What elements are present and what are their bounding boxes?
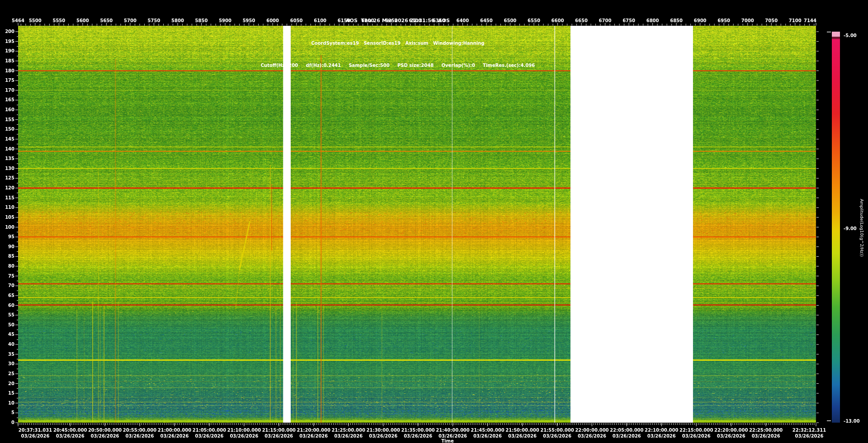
frequency-axis-label: 80: [0, 264, 14, 269]
frequency-axis-label: 40: [0, 342, 14, 347]
frequency-axis-label: 145: [0, 137, 14, 141]
frequency-axis-label: 35: [0, 352, 14, 357]
header-acquisition-params: CoordSystem:es19 SensorID:es19 Axis:sum …: [261, 41, 535, 46]
frequency-axis-label: 60: [0, 303, 14, 308]
record-axis-label: 6100: [307, 18, 334, 23]
date-tick-label: 03/26/2026: [744, 434, 788, 438]
frequency-axis-label: 175: [0, 78, 14, 83]
frequency-axis-label: 190: [0, 48, 14, 53]
record-axis-label: 6000: [259, 18, 286, 23]
frequency-axis-label: 120: [0, 185, 14, 190]
frequency-axis-label: 20: [0, 381, 14, 386]
frequency-axis-label: 85: [0, 254, 14, 259]
record-axis-label: 6200: [354, 18, 381, 23]
frequency-axis-label: 0: [0, 420, 14, 425]
frequency-axis-label: 5: [0, 410, 14, 415]
record-axis-label: 5600: [69, 18, 96, 23]
frequency-axis-label: 65: [0, 293, 14, 298]
colorbar-tick-label: -13.00: [844, 419, 867, 424]
record-axis-label: 5550: [45, 18, 72, 23]
frequency-axis-label: 165: [0, 97, 14, 102]
frequency-axis-label: 70: [0, 283, 14, 288]
frequency-axis-label: 45: [0, 332, 14, 337]
frequency-axis-label: 185: [0, 58, 14, 63]
date-tick-label: 03/26/2026: [788, 434, 831, 438]
aos-spectrogram-window: AOS Thu 26 Mar 2026 22:31:56 AOS CoordSy…: [0, 0, 868, 443]
frequency-axis-label: 55: [0, 312, 14, 317]
record-axis-label: 6150: [330, 18, 358, 23]
colorbar-axis-title: Amplitude(Log10(g^2/Hz)): [859, 199, 864, 257]
frequency-axis-label: 155: [0, 117, 14, 122]
time-tick-label: 22:32:12.311: [788, 428, 831, 433]
frequency-axis-label: 125: [0, 175, 14, 180]
record-axis-label: 6500: [496, 18, 524, 23]
record-axis-label: 6250: [378, 18, 405, 23]
record-axis-label: 6450: [473, 18, 500, 23]
record-axis-label: 5800: [164, 18, 191, 23]
frequency-axis-label: 150: [0, 127, 14, 132]
record-axis-label: 6950: [710, 18, 737, 23]
frequency-axis-label: 110: [0, 205, 14, 210]
header-block: AOS Thu 26 Mar 2026 22:31:56 AOS CoordSy…: [261, 1, 535, 85]
time-tick-label: 22:25:00.000: [744, 428, 788, 433]
frequency-axis-label: 25: [0, 371, 14, 376]
frequency-axis-label: 95: [0, 234, 14, 239]
record-axis-label: 6400: [449, 18, 476, 23]
record-axis-label: 6800: [639, 18, 666, 23]
record-axis-label: 6850: [663, 18, 690, 23]
frequency-axis-label: 180: [0, 68, 14, 73]
record-axis-label: 5850: [188, 18, 215, 23]
record-axis-label: 6050: [283, 18, 310, 23]
time-axis-title: Time: [434, 438, 461, 443]
frequency-axis-label: 160: [0, 107, 14, 112]
frequency-axis-label: 15: [0, 391, 14, 396]
frequency-axis-label: 100: [0, 225, 14, 230]
record-axis-label: 5750: [140, 18, 167, 23]
record-axis-label: 6550: [520, 18, 547, 23]
frequency-axis-label: 170: [0, 88, 14, 93]
frequency-axis-label: 130: [0, 166, 14, 171]
frequency-axis-label: 200: [0, 29, 14, 34]
record-axis-label: 7144: [797, 18, 824, 23]
frequency-axis-label: 135: [0, 156, 14, 161]
frequency-axis-label: 10: [0, 401, 14, 405]
record-axis-label: 5700: [117, 18, 144, 23]
frequency-axis-label: 195: [0, 39, 14, 44]
header-processing-params: Cutoff(Hz):200 df(Hz):0.2441 Sample/Sec:…: [261, 63, 535, 68]
record-axis-label: 7000: [734, 18, 761, 23]
record-axis-label: 6650: [568, 18, 595, 23]
record-axis-label: 6900: [687, 18, 714, 23]
record-axis-label: 6700: [592, 18, 619, 23]
colorbar-tick-label: -5.00: [844, 33, 867, 38]
record-axis-label: 6350: [425, 18, 453, 23]
frequency-axis-label: 115: [0, 195, 14, 200]
record-axis-label: 5650: [93, 18, 120, 23]
frequency-axis-label: 50: [0, 322, 14, 327]
colorbar-gradient: [832, 32, 840, 423]
record-axis-label: 7050: [758, 18, 785, 23]
record-axis-label: 5950: [236, 18, 263, 23]
frequency-axis-label: 30: [0, 361, 14, 366]
record-axis-label: 6300: [401, 18, 429, 23]
record-axis-label: 6600: [544, 18, 571, 23]
frequency-axis-label: 140: [0, 146, 14, 151]
frequency-axis-label: 90: [0, 244, 14, 249]
frequency-axis-label: 105: [0, 215, 14, 220]
record-axis-label: 5900: [212, 18, 239, 23]
frequency-axis-label: 75: [0, 273, 14, 278]
record-axis-label: 6750: [615, 18, 642, 23]
record-axis-label: 5500: [22, 18, 49, 23]
